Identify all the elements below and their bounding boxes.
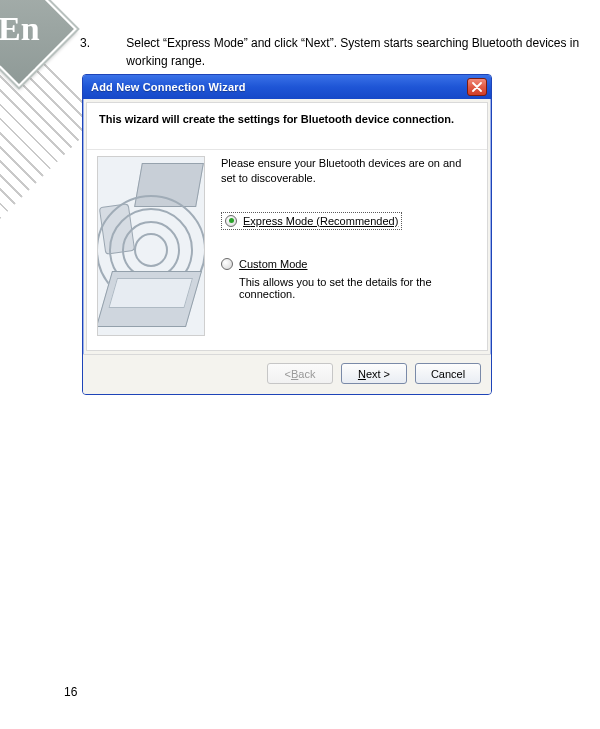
instruction-step: 3. Select “Express Mode” and click “Next… — [80, 34, 600, 70]
dialog-body: This wizard will create the settings for… — [86, 102, 488, 351]
step-number: 3. — [80, 34, 92, 70]
bluetooth-illustration — [97, 156, 205, 336]
custom-mode-description: This allows you to set the details for t… — [239, 276, 477, 300]
dialog-button-row: < Back Next > Cancel — [83, 354, 491, 394]
step-text: Select “Express Mode” and click “Next”. … — [126, 34, 596, 70]
content-area: 3. Select “Express Mode” and click “Next… — [80, 34, 600, 395]
close-button[interactable] — [467, 78, 487, 96]
back-button: < Back — [267, 363, 333, 384]
language-badge: En — [0, 12, 40, 46]
dialog-titlebar: Add New Connection Wizard — [83, 75, 491, 99]
custom-mode-label: Custom Mode — [239, 258, 307, 270]
cancel-button[interactable]: Cancel — [415, 363, 481, 384]
express-mode-radio[interactable]: Express Mode (Recommended) — [221, 212, 402, 230]
discoverable-hint: Please ensure your Bluetooth devices are… — [221, 156, 477, 186]
custom-mode-radio[interactable]: Custom Mode — [221, 258, 477, 270]
close-icon — [472, 82, 482, 92]
page-left-decoration: En — [0, 0, 80, 220]
page-number: 16 — [64, 685, 77, 699]
dialog-heading: This wizard will create the settings for… — [87, 103, 487, 149]
express-mode-label: Express Mode (Recommended) — [243, 215, 398, 227]
radio-icon — [221, 258, 233, 270]
next-button[interactable]: Next > — [341, 363, 407, 384]
wizard-options: Please ensure your Bluetooth devices are… — [221, 156, 477, 336]
dialog-title: Add New Connection Wizard — [91, 81, 467, 93]
radio-icon — [225, 215, 237, 227]
add-connection-wizard-dialog: Add New Connection Wizard This wizard wi… — [82, 74, 492, 395]
